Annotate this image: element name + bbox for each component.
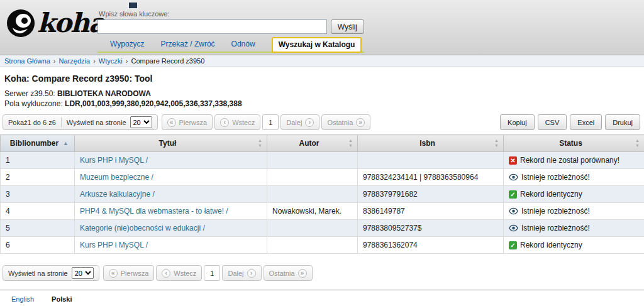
record-title-link[interactable]: Kurs PHP i MySQL / bbox=[80, 241, 148, 249]
excluded-value: LDR,001,003,999,380,920,942,005,336,337,… bbox=[65, 99, 242, 108]
export-excel-button[interactable]: Excel bbox=[570, 114, 602, 130]
pager-next-button[interactable]: Dalej› bbox=[280, 114, 319, 130]
search-input[interactable] bbox=[97, 19, 327, 34]
status-wrap: ✓Rekord identyczny bbox=[509, 190, 639, 199]
status-text: Istnieje rozbieżność! bbox=[521, 207, 590, 216]
pager-last-label: Ostatnia bbox=[327, 119, 353, 126]
table-row: 6Kurs PHP i MySQL /9788361362074✓Rekord … bbox=[1, 237, 644, 254]
search-tabs: WypożyczPrzekaż / ZwróćOdnówWyszukaj w K… bbox=[97, 38, 364, 53]
pager-first-icon: « bbox=[167, 118, 176, 127]
tab-wyszukaj-w-katalogu[interactable]: Wyszukaj w Katalogu bbox=[272, 37, 362, 53]
cell-isbn: 9788361362074 bbox=[358, 237, 504, 254]
pager-prev-button[interactable]: ‹Wstecz bbox=[156, 265, 202, 281]
server-label: Serwer z39.50: bbox=[4, 89, 55, 98]
submit-button[interactable]: Wyślij bbox=[331, 19, 364, 34]
eye-icon[interactable] bbox=[509, 224, 518, 232]
table-row: 1Kurs PHP i MySQL /✕Rekord nie został po… bbox=[1, 152, 644, 169]
pager-current-page[interactable]: 1 bbox=[204, 265, 220, 281]
breadcrumb-link-narz-dzia[interactable]: Narzędzia bbox=[59, 57, 91, 65]
check-icon: ✓ bbox=[509, 190, 517, 199]
table-row: 5Kategorie (nie)obecności w edukacji /97… bbox=[1, 220, 644, 237]
main-content: Koha: Compare Record z3950: Tool Serwer … bbox=[0, 74, 644, 281]
sort-both-icon: ▲▼ bbox=[494, 138, 499, 148]
column-label: Isbn bbox=[419, 139, 435, 148]
status-text: Rekord nie został porównany! bbox=[520, 156, 619, 165]
breadcrumb-link-wtyczki[interactable]: Wtyczki bbox=[99, 57, 123, 65]
excluded-label: Pola wykluczone: bbox=[4, 99, 63, 108]
cell-status: ✓Rekord identyczny bbox=[504, 186, 644, 203]
status-wrap: ✕Rekord nie został porównany! bbox=[509, 156, 639, 165]
table-info-group: Pokaż1 do 6 z6 Wyświetl na stronie 20 bbox=[3, 114, 158, 130]
sort-down-arrow: ▼ bbox=[635, 143, 640, 148]
pager-first-button[interactable]: «Pierwsza bbox=[103, 265, 155, 281]
record-title-link[interactable]: Kategorie (nie)obecności w edukacji / bbox=[80, 224, 205, 232]
pager-bottom: «Pierwsza‹Wstecz1Dalej›Ostatnia» bbox=[103, 265, 313, 281]
cell-title: Muzeum bezpieczne / bbox=[75, 169, 267, 186]
record-title-link[interactable]: Arkusze kalkulacyjne / bbox=[80, 190, 155, 199]
column-header-status[interactable]: Status▲▼ bbox=[504, 135, 644, 152]
cell-biblionumber: 3 bbox=[1, 186, 75, 203]
page-length-select-bottom[interactable]: 20 bbox=[72, 267, 94, 279]
cell-author bbox=[267, 186, 358, 203]
record-title-link[interactable]: Muzeum bezpieczne / bbox=[80, 173, 153, 182]
breadcrumb-separator: › bbox=[52, 57, 58, 65]
export-csv-button[interactable]: CSV bbox=[538, 114, 567, 130]
pager-last-button[interactable]: Ostatnia» bbox=[321, 114, 370, 130]
cell-author bbox=[267, 152, 358, 169]
tab-wypo-ycz[interactable]: Wypożycz bbox=[110, 40, 145, 52]
sort-down-arrow: ▼ bbox=[494, 143, 499, 148]
cell-title: PHP4 & MySQL dla webmastera - to łatwe! … bbox=[75, 203, 267, 220]
server-line: Serwer z39.50: BIBLIOTEKA NARODOWA bbox=[4, 89, 644, 98]
column-header-biblionumber[interactable]: Biblionumber▲ bbox=[1, 135, 75, 152]
pager-last-icon: » bbox=[356, 118, 365, 127]
sort-up-arrow: ▲ bbox=[635, 138, 640, 143]
cell-biblionumber: 2 bbox=[1, 169, 75, 186]
pager-prev-button[interactable]: ‹Wstecz bbox=[214, 114, 260, 130]
cell-status: ✕Rekord nie został porównany! bbox=[504, 152, 644, 169]
cell-title: Kurs PHP i MySQL / bbox=[75, 237, 267, 254]
status-wrap: Istnieje rozbieżność! bbox=[509, 173, 639, 182]
pager-first-button[interactable]: «Pierwsza bbox=[162, 114, 213, 130]
export-drukuj-button[interactable]: Drukuj bbox=[605, 114, 640, 130]
language-link-english[interactable]: English bbox=[11, 295, 34, 303]
pager-top: «Pierwsza‹Wstecz1Dalej›Ostatnia» bbox=[162, 114, 371, 130]
record-title-link[interactable]: PHP4 & MySQL dla webmastera - to łatwe! … bbox=[80, 207, 228, 216]
sort-both-icon: ▲▼ bbox=[635, 138, 640, 148]
page-length-select[interactable]: 20 bbox=[130, 116, 152, 128]
column-header-autor[interactable]: Autor▲▼ bbox=[267, 135, 358, 152]
eye-icon[interactable] bbox=[509, 173, 518, 181]
cell-biblionumber: 5 bbox=[1, 220, 75, 237]
koha-logo-text: koha bbox=[37, 10, 104, 36]
cell-biblionumber: 4 bbox=[1, 203, 75, 220]
pager-current-page[interactable]: 1 bbox=[262, 114, 279, 130]
cell-author bbox=[267, 169, 358, 186]
records-table: Biblionumber▲Tytuł▲▼Autor▲▼Isbn▲▼Status▲… bbox=[0, 134, 644, 254]
eye-icon[interactable] bbox=[509, 207, 518, 215]
cell-author: Nowakowski, Marek. bbox=[267, 203, 358, 220]
page-length-label: Wyświetl na stronie bbox=[67, 119, 126, 126]
breadcrumb-link-strona-g-wna[interactable]: Strona Główna bbox=[4, 57, 50, 65]
search-area: Wpisz słowa kluczowe: Wyślij WypożyczPrz… bbox=[97, 3, 364, 53]
pager-last-icon: » bbox=[298, 269, 307, 278]
table-row: 4PHP4 & MySQL dla webmastera - to łatwe!… bbox=[1, 203, 644, 220]
pager-next-button[interactable]: Dalej› bbox=[222, 265, 261, 281]
column-header-tytu[interactable]: Tytuł▲▼ bbox=[75, 135, 267, 152]
pager-first-icon: « bbox=[109, 269, 118, 278]
tab-przeka-zwr[interactable]: Przekaż / Zwróć bbox=[161, 40, 215, 52]
cell-author bbox=[267, 237, 358, 254]
sort-down-arrow: ▼ bbox=[348, 143, 353, 148]
pager-last-button[interactable]: Ostatnia» bbox=[264, 265, 313, 281]
cell-status: ✓Rekord identyczny bbox=[504, 237, 644, 254]
cell-title: Kurs PHP i MySQL / bbox=[75, 152, 267, 169]
tab-odn-w[interactable]: Odnów bbox=[231, 40, 255, 52]
footer-languages: EnglishPolski bbox=[0, 290, 644, 303]
server-value: BIBLIOTEKA NARODOWA bbox=[57, 89, 151, 98]
cell-title: Arkusze kalkulacyjne / bbox=[75, 186, 267, 203]
column-header-isbn[interactable]: Isbn▲▼ bbox=[358, 135, 504, 152]
table-row: 2Muzeum bezpieczne /9788324234141 | 9788… bbox=[1, 169, 644, 186]
record-title-link[interactable]: Kurs PHP i MySQL / bbox=[80, 156, 148, 165]
excluded-fields-line: Pola wykluczone: LDR,001,003,999,380,920… bbox=[4, 99, 644, 108]
sort-both-icon: ▲▼ bbox=[348, 138, 353, 148]
page-length-group-bottom: Wyświetl na stronie 20 bbox=[3, 265, 99, 281]
export-kopiuj-button[interactable]: Kopiuj bbox=[500, 114, 535, 130]
